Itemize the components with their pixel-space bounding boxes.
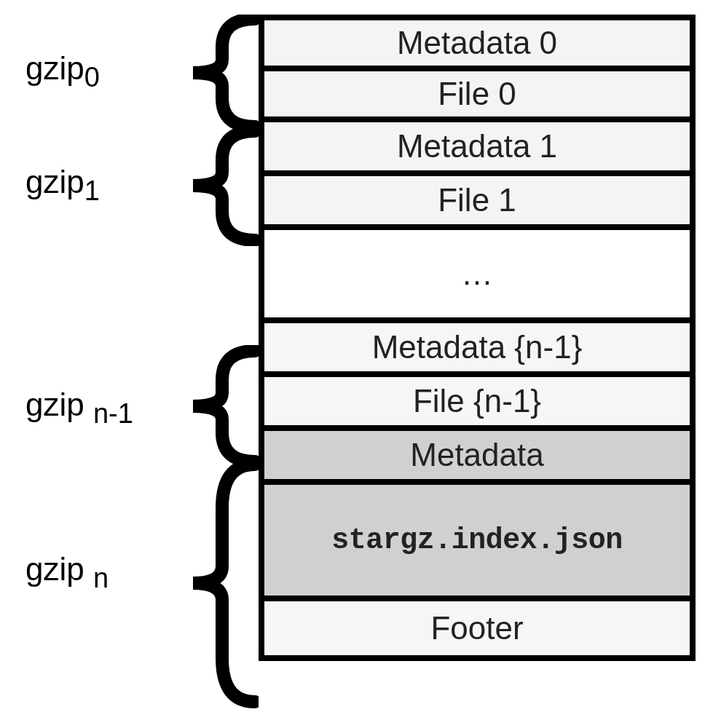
cell-file-n-minus-1: File {n-1}	[264, 377, 690, 431]
label-gzip-n: gzip n	[25, 553, 109, 585]
cell-metadata-0: Metadata 0	[264, 20, 690, 71]
cell-ellipsis: …	[264, 230, 690, 323]
cell-file-1: File 1	[264, 176, 690, 230]
cell-text: Footer	[430, 610, 523, 646]
cell-text: Metadata {n-1}	[372, 329, 583, 365]
cell-metadata-1: Metadata 1	[264, 122, 690, 176]
cell-text: Metadata	[410, 437, 543, 473]
cell-text: …	[461, 256, 493, 292]
cell-metadata: Metadata	[264, 431, 690, 485]
label-gzip-0: gzip0	[25, 52, 100, 84]
cell-text: File 1	[438, 182, 516, 218]
label-subscript: n-1	[93, 398, 133, 429]
label-subscript: 1	[84, 175, 100, 206]
cell-file-0: File 0	[264, 71, 690, 122]
cell-text: File 0	[438, 76, 516, 112]
label-prefix: gzip	[25, 551, 84, 587]
label-prefix: gzip	[25, 164, 84, 199]
file-format-stack: Metadata 0 File 0 Metadata 1 File 1 … Me…	[259, 15, 696, 661]
stargz-layout-diagram: gzip0 gzip1 gzip n-1 gzip n Metadata	[15, 15, 699, 713]
cell-metadata-n-minus-1: Metadata {n-1}	[264, 323, 690, 377]
brace-gzip-0	[171, 15, 259, 131]
label-prefix: gzip	[25, 387, 84, 422]
cell-footer: Footer	[264, 601, 690, 655]
label-subscript: 0	[84, 62, 100, 92]
brace-gzip-n-minus-1	[171, 345, 259, 467]
label-gzip-1: gzip1	[25, 166, 100, 198]
label-prefix: gzip	[25, 50, 84, 86]
cell-stargz-index: stargz.index.json	[264, 485, 690, 601]
cell-text: Metadata 0	[397, 25, 557, 61]
cell-text: File {n-1}	[413, 383, 541, 419]
cell-text: stargz.index.json	[331, 524, 623, 557]
label-gzip-n-minus-1: gzip n-1	[25, 389, 133, 421]
brace-gzip-1	[171, 125, 259, 246]
label-subscript: n	[93, 563, 109, 593]
brace-gzip-n	[171, 457, 259, 709]
cell-text: Metadata 1	[397, 128, 557, 165]
